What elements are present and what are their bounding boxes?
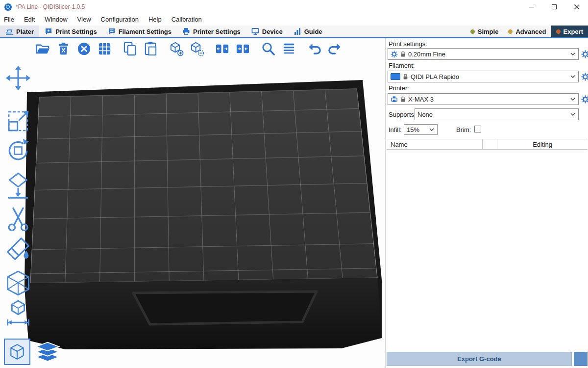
- print-settings-combobox[interactable]: 0.20mm Fine: [388, 48, 579, 60]
- advanced-mode-dot-icon: [508, 29, 513, 34]
- tab-print-settings[interactable]: Print Settings: [39, 26, 102, 37]
- menu-configuration[interactable]: Configuration: [96, 14, 144, 26]
- export-gcode-label: Export G-code: [457, 355, 501, 363]
- app-logo-icon: [4, 3, 12, 11]
- toolbar-group-clipboard: [122, 41, 158, 56]
- paste-icon[interactable]: [143, 41, 158, 56]
- mode-simple-label: Simple: [478, 28, 499, 35]
- menu-bar: File Edit Window View Configuration Help…: [0, 14, 588, 26]
- print-settings-gear-button[interactable]: [580, 49, 588, 59]
- supports-value: None: [417, 111, 433, 118]
- close-button[interactable]: [565, 0, 588, 14]
- chevron-down-icon: [570, 98, 575, 101]
- delete-all-icon[interactable]: [76, 41, 92, 56]
- mode-expert[interactable]: Expert: [551, 26, 588, 37]
- undo-icon[interactable]: [307, 41, 322, 56]
- tab-print-settings-label: Print Settings: [55, 28, 97, 35]
- infill-combobox[interactable]: 15%: [404, 124, 438, 135]
- scale-tool-icon[interactable]: [4, 107, 32, 135]
- tab-filament-settings-label: Filament Settings: [119, 28, 172, 35]
- print-bed-canvas[interactable]: [0, 38, 385, 368]
- toolbar-group-split: [215, 41, 250, 56]
- split-to-parts-icon[interactable]: [235, 41, 250, 56]
- tab-printer-settings-label: Printer Settings: [193, 28, 241, 35]
- redo-icon[interactable]: [327, 41, 343, 56]
- gear-icon: [581, 95, 588, 104]
- minimize-button[interactable]: [520, 0, 543, 14]
- filament-settings-icon: [108, 27, 116, 35]
- filament-color-swatch: [391, 73, 400, 80]
- menu-edit[interactable]: Edit: [19, 14, 40, 26]
- search-icon[interactable]: [261, 41, 276, 56]
- plater-icon: [5, 27, 13, 35]
- lock-icon: [400, 96, 406, 103]
- variable-layer-height-icon[interactable]: [281, 41, 296, 56]
- toolbar-group-instances: [169, 41, 204, 56]
- extruder-column-header: [483, 139, 497, 149]
- filament-value: QIDI PLA Rapido: [411, 73, 459, 80]
- tab-guide[interactable]: Guide: [288, 26, 328, 37]
- tab-device[interactable]: Device: [246, 26, 288, 37]
- menu-calibration[interactable]: Calibration: [167, 14, 207, 26]
- object-list-header: Name Editing: [387, 139, 588, 150]
- mode-simple[interactable]: Simple: [466, 26, 504, 37]
- place-on-face-tool-icon[interactable]: [4, 171, 32, 199]
- open-project-icon[interactable]: [35, 41, 50, 56]
- plater-toolbar: [35, 41, 353, 56]
- printer-label: Printer:: [389, 84, 409, 92]
- printer-gear-button[interactable]: [580, 94, 588, 104]
- menu-file[interactable]: File: [0, 14, 19, 26]
- maximize-button[interactable]: [543, 0, 565, 14]
- arrange-icon[interactable]: [97, 41, 112, 56]
- split-to-objects-icon[interactable]: [215, 41, 230, 56]
- export-options-button[interactable]: [574, 352, 588, 366]
- infill-value: 15%: [407, 126, 419, 133]
- menu-window[interactable]: Window: [40, 14, 72, 26]
- print-settings-label: Print settings:: [389, 40, 427, 48]
- preview-layers-view-button[interactable]: [34, 339, 61, 365]
- delete-icon[interactable]: [56, 41, 71, 56]
- close-icon: [574, 4, 580, 10]
- 3d-editor-view-button[interactable]: [4, 339, 30, 365]
- export-gcode-button[interactable]: Export G-code: [387, 352, 572, 366]
- lock-icon: [403, 74, 408, 80]
- window-title: *PA Line - QIDISlicer-1.0.5: [16, 3, 85, 10]
- measure-tool-icon[interactable]: [4, 298, 32, 327]
- printer-combobox[interactable]: X-MAX 3: [388, 93, 579, 105]
- mode-advanced[interactable]: Advanced: [503, 26, 551, 37]
- view-switcher: [4, 339, 61, 365]
- chevron-down-icon: [570, 113, 575, 116]
- 3d-viewport[interactable]: [0, 38, 385, 368]
- tab-filament-settings[interactable]: Filament Settings: [102, 26, 177, 37]
- copy-icon[interactable]: [122, 41, 138, 56]
- tab-plater[interactable]: Plater: [0, 26, 39, 37]
- cut-tool-icon[interactable]: [4, 205, 32, 234]
- menu-help[interactable]: Help: [144, 14, 167, 26]
- move-tool-icon[interactable]: [4, 64, 32, 92]
- name-column-header: Name: [387, 139, 483, 149]
- supports-combobox[interactable]: None: [415, 108, 579, 120]
- expert-mode-dot-icon: [556, 29, 561, 34]
- remove-instance-icon[interactable]: [189, 41, 204, 56]
- tab-guide-label: Guide: [304, 28, 322, 35]
- brim-checkbox[interactable]: [474, 126, 481, 132]
- mesh-tool-icon[interactable]: [4, 269, 32, 297]
- supports-label: Supports:: [389, 111, 416, 118]
- filament-gear-button[interactable]: [580, 72, 588, 81]
- add-instance-icon[interactable]: [169, 41, 184, 56]
- chevron-down-icon: [429, 128, 434, 131]
- toolbar-group-history: [307, 41, 343, 56]
- menu-view[interactable]: View: [73, 14, 96, 26]
- infill-label: Infill:: [389, 126, 402, 133]
- tab-printer-settings[interactable]: Printer Settings: [177, 26, 246, 37]
- main-tab-bar: Plater Print Settings Filament Settings …: [0, 26, 588, 38]
- 3d-editor-cube-icon: [8, 343, 26, 361]
- rotate-tool-icon[interactable]: [4, 136, 32, 165]
- paint-tool-icon[interactable]: [4, 235, 32, 263]
- filament-combobox[interactable]: QIDI PLA Rapido: [388, 71, 579, 82]
- object-list-empty-area[interactable]: [387, 150, 588, 348]
- filament-label: Filament:: [389, 62, 415, 69]
- print-settings-icon: [45, 27, 52, 35]
- mode-advanced-label: Advanced: [515, 28, 546, 35]
- guide-icon: [294, 27, 301, 35]
